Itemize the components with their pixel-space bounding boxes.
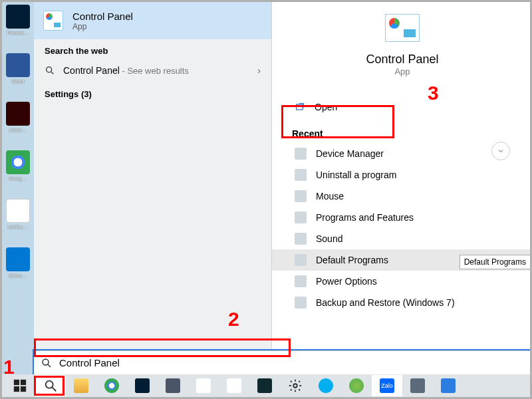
- desktop-icon-edge[interactable]: Micro…: [4, 247, 32, 284]
- taskbar-projector[interactable]: [402, 375, 433, 396]
- best-match-subtitle: App: [72, 22, 133, 31]
- search-icon: [45, 65, 55, 76]
- recent-header: Recent: [292, 119, 513, 143]
- desktop-icon-illustrator[interactable]: Adob…: [4, 102, 32, 138]
- recent-item-mouse[interactable]: Mouse: [292, 186, 513, 207]
- taskbar-explorer[interactable]: [66, 375, 96, 396]
- start-button[interactable]: [5, 375, 35, 396]
- recent-item-device-manager[interactable]: Device Manager: [292, 143, 513, 164]
- desktop-icon-chrome[interactable]: Goog…: [4, 150, 32, 187]
- taskbar-photoshop[interactable]: [127, 375, 158, 396]
- taskbar-contact[interactable]: [433, 375, 464, 396]
- best-match-title: Control Panel: [72, 11, 133, 22]
- search-icon: [41, 357, 53, 369]
- control-panel-icon: [43, 11, 63, 31]
- svg-rect-7: [14, 386, 19, 392]
- taskbar-chrome[interactable]: [96, 375, 127, 396]
- expand-button[interactable]: [491, 142, 510, 160]
- taskbar-snip[interactable]: [219, 375, 249, 396]
- recent-item-programs-features[interactable]: Programs and Features: [292, 207, 513, 228]
- search-bar[interactable]: [34, 350, 532, 374]
- svg-point-0: [47, 67, 52, 72]
- best-match-row[interactable]: Control Panel App: [34, 2, 271, 39]
- svg-line-1: [51, 72, 53, 74]
- taskbar: Zalo: [2, 374, 530, 397]
- search-input[interactable]: [59, 357, 532, 368]
- chevron-right-icon: ›: [257, 65, 261, 76]
- recent-item-backup-restore[interactable]: Backup and Restore (Windows 7): [292, 292, 513, 313]
- result-detail-panel: Control Panel App Open Recent Device Man…: [272, 2, 532, 354]
- recent-item-uninstall[interactable]: Uninstall a program: [292, 164, 513, 186]
- desktop-icons: Photos… Word Adob… Goog… UniKe… Micro…: [2, 2, 34, 397]
- desktop-icon-photoshop[interactable]: Photos…: [4, 5, 32, 41]
- web-item-label: Control Panel: [63, 65, 120, 76]
- svg-point-9: [46, 381, 53, 388]
- svg-point-11: [293, 384, 297, 388]
- tooltip: Default Programs: [460, 255, 531, 269]
- settings-header[interactable]: Settings (3): [34, 82, 271, 102]
- svg-rect-5: [14, 380, 19, 385]
- web-item-suffix: - See web results: [120, 66, 189, 76]
- detail-actions: Open Recent Device Manager Uninstall a p…: [272, 95, 532, 313]
- svg-rect-2: [297, 104, 303, 110]
- search-web-row[interactable]: Control Panel - See web results ›: [34, 59, 271, 82]
- taskbar-filmora[interactable]: [249, 375, 280, 396]
- taskbar-paint[interactable]: [341, 375, 372, 396]
- taskbar-search-button[interactable]: [35, 375, 66, 396]
- taskbar-zalo[interactable]: Zalo: [372, 375, 402, 396]
- svg-line-10: [53, 388, 57, 392]
- open-label: Open: [315, 102, 337, 112]
- search-web-header: Search the web: [34, 39, 271, 59]
- desktop-icon-word[interactable]: Word: [4, 53, 32, 90]
- svg-rect-8: [21, 386, 26, 392]
- taskbar-skype[interactable]: [311, 375, 341, 396]
- control-panel-icon: [385, 14, 420, 42]
- detail-title: Control Panel: [366, 53, 438, 66]
- detail-subtitle: App: [394, 66, 410, 76]
- taskbar-office[interactable]: [188, 375, 219, 396]
- taskbar-calculator[interactable]: [158, 375, 188, 396]
- desktop-icon-unikey[interactable]: UniKe…: [4, 199, 32, 235]
- svg-rect-6: [21, 380, 26, 385]
- search-results-panel: Control Panel App Search the web Control…: [34, 2, 272, 354]
- open-icon: [295, 102, 305, 112]
- chevron-down-icon: [497, 147, 505, 155]
- open-action[interactable]: Open: [292, 95, 513, 119]
- taskbar-settings[interactable]: [280, 375, 311, 396]
- recent-item-power-options[interactable]: Power Options: [292, 271, 513, 292]
- svg-line-4: [48, 364, 51, 367]
- recent-item-sound[interactable]: Sound: [292, 228, 513, 249]
- svg-point-3: [43, 359, 49, 365]
